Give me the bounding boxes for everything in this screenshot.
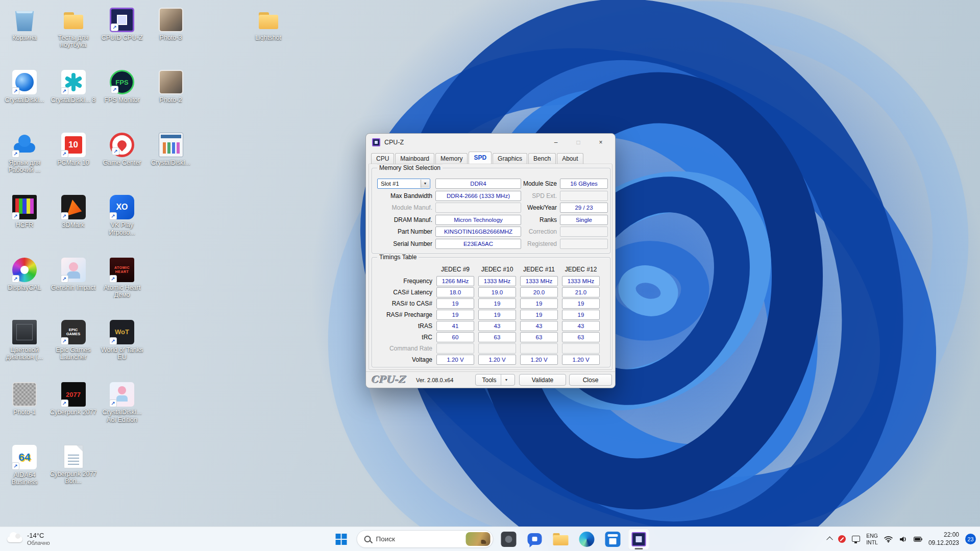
- cyberpunk-icon: 2077↗: [61, 382, 86, 407]
- timing-cell: 1333 MHz: [520, 276, 558, 286]
- desktop-icon-photo-2[interactable]: Photo-2: [148, 70, 194, 104]
- tab-graphics[interactable]: Graphics: [493, 153, 527, 164]
- desktop-icon-3dmark[interactable]: ↗3DMark: [50, 195, 97, 229]
- winchart-icon: [159, 133, 183, 157]
- folder-icon: [256, 8, 281, 32]
- tools-button[interactable]: Tools ▼: [475, 374, 515, 386]
- wifi-icon[interactable]: [884, 536, 893, 543]
- desktop-icon-label: Photo-1: [1, 409, 48, 416]
- vkplay-icon: XO↗: [110, 195, 134, 219]
- clock[interactable]: 22:00 09.12.2023: [928, 531, 959, 547]
- field-spd-ext: [560, 191, 608, 201]
- dark-app-button[interactable]: [498, 529, 520, 550]
- cpuz-taskbar-button[interactable]: [628, 529, 650, 550]
- chat-button[interactable]: [524, 529, 546, 550]
- tab-about[interactable]: About: [557, 153, 583, 164]
- notification-badge[interactable]: 23: [965, 534, 976, 544]
- tab-bench[interactable]: Bench: [528, 153, 556, 164]
- desktop-icon-vk-play-игрово[interactable]: XO↗VK Play Игрово...: [99, 195, 145, 236]
- desktop-icon-game-center[interactable]: ↗Game Center: [99, 133, 145, 166]
- desktop-icon-genshin-impact[interactable]: ↗Genshin Impact: [50, 258, 97, 291]
- close-dialog-button[interactable]: Close: [569, 374, 612, 386]
- cpuz-titlebar[interactable]: CPU-Z – □ ×: [366, 134, 615, 151]
- tools-dropdown-arrow-icon[interactable]: ▼: [501, 374, 508, 385]
- desktop-icon-fps-monitor[interactable]: FPS↗FPS Monitor: [99, 70, 145, 104]
- hidden-icons-chevron[interactable]: [826, 537, 833, 543]
- maximize-button[interactable]: □: [567, 134, 590, 151]
- tab-memory[interactable]: Memory: [435, 153, 468, 164]
- language-indicator[interactable]: ENG INTL: [866, 533, 878, 545]
- search-placeholder: Поиск: [376, 535, 395, 543]
- tab-spd[interactable]: SPD: [469, 152, 492, 164]
- store-button[interactable]: [602, 529, 624, 550]
- desktop-icon-crystaldiski-8[interactable]: ↗CrystalDiskI... 8: [50, 70, 97, 104]
- slot-select[interactable]: Slot #1 ▼: [377, 179, 430, 189]
- timing-cell: 19: [436, 310, 474, 320]
- timing-cell: 19: [562, 310, 600, 320]
- memory-slot-selection-group: Memory Slot Selection Slot #1 ▼ DDR4 Max…: [372, 168, 610, 254]
- desktop-icon-корзина[interactable]: Корзина: [1, 8, 48, 41]
- desktop-icon-crystaldiski[interactable]: CrystalDiskI...: [148, 133, 194, 166]
- desktop-icon-photo-3[interactable]: Photo-3: [148, 8, 194, 41]
- desktop-icon-label: Cyberpunk 2077 Bon...: [50, 470, 97, 485]
- desktop-icon-цветовой-диапазон[interactable]: Цветовой диапазон (...: [1, 320, 48, 361]
- search-input[interactable]: Поиск: [357, 530, 494, 548]
- cpuz-logo: CPU-Z: [371, 374, 405, 385]
- timings-row-label-ras-to-cas: RAS# to CAS#: [373, 298, 432, 309]
- timings-column-header: JEDEC #12: [562, 266, 600, 273]
- battery-icon[interactable]: [914, 536, 922, 543]
- aida-icon: 64↗: [12, 445, 37, 469]
- desktop-icon-hcfr[interactable]: ↗HCFR: [1, 195, 48, 229]
- timing-cell: 1333 MHz: [562, 276, 600, 286]
- desktop-icon-atomic-heart-демо[interactable]: ATOMIC HEART↗Atomic Heart Демо: [99, 258, 145, 299]
- tab-cpu[interactable]: CPU: [371, 153, 394, 164]
- desktop-icon-crystaldiski-aoi-edition[interactable]: ↗CrystalDiskI... Aoi Edition: [99, 382, 145, 423]
- disk-icon: ↗: [12, 70, 37, 94]
- weather-widget[interactable]: -14°C Облачно: [7, 527, 50, 551]
- timing-cell: 19.0: [478, 287, 516, 297]
- desktop-icon-lightshot[interactable]: Lightshot: [245, 8, 292, 41]
- file-explorer-button[interactable]: [550, 529, 572, 550]
- desktop-icon-displaycal[interactable]: ↗DisplayCAL: [1, 258, 48, 291]
- close-window-button[interactable]: ×: [590, 134, 612, 151]
- shortcut-arrow-icon: ↗: [61, 275, 68, 283]
- desktop-icon-crystaldiski[interactable]: ↗CrystalDiskI...: [1, 70, 48, 104]
- desktop-icon-world-of-tanks-eu[interactable]: WoT↗World of Tanks EU: [99, 320, 145, 361]
- desktop-icon-label: Cyberpunk 2077: [50, 409, 97, 416]
- dropdown-arrow-icon[interactable]: ▼: [421, 180, 429, 188]
- photo-icon: [159, 70, 183, 94]
- edge-button[interactable]: [576, 529, 598, 550]
- minimize-button[interactable]: –: [545, 134, 567, 151]
- desktop-icon-cyberpunk-2077[interactable]: 2077↗Cyberpunk 2077: [50, 382, 97, 416]
- desktop-icon-тесты-для-ноутбука[interactable]: Тесты для ноутбука: [50, 8, 97, 49]
- desktop-icon-cyberpunk-2077-bon[interactable]: Cyberpunk 2077 Bon...: [50, 445, 97, 485]
- dark-app-icon: [501, 532, 517, 547]
- search-daily-image[interactable]: [466, 532, 491, 546]
- timing-cell: 63: [562, 332, 600, 342]
- desktop-icon-ярлык-для-рабочий[interactable]: ↗Ярлык для Рабочий ...: [1, 133, 48, 174]
- desktop-icon-epic-games-launcher[interactable]: EPIC GAMES↗Epic Games Launcher: [50, 320, 97, 361]
- volume-icon[interactable]: [899, 536, 908, 543]
- slot-select-value: Slot #1: [381, 181, 399, 187]
- timings-column-header: JEDEC #9: [436, 266, 474, 273]
- desktop-icon-cpuid-cpu-z[interactable]: ↗CPUID CPU-Z: [99, 8, 145, 41]
- shortcut-arrow-icon: ↗: [12, 87, 19, 95]
- tray-monitor-icon[interactable]: [852, 536, 860, 542]
- cpuz-app-icon: [372, 138, 380, 146]
- photo-icon: [159, 8, 183, 32]
- tray-red-app-icon[interactable]: [838, 535, 846, 543]
- validate-button[interactable]: Validate: [519, 374, 566, 386]
- field-label-spd-ext: SPD Ext.: [464, 191, 557, 201]
- tab-mainboard[interactable]: Mainboard: [395, 153, 434, 164]
- date: 09.12.2023: [928, 539, 959, 547]
- timings-row-label-frequency: Frequency: [373, 276, 432, 286]
- desktop-icon-label: Photo-3: [148, 34, 194, 41]
- desktop-icon-aida64-business[interactable]: 64↗AIDA64 Business: [1, 445, 48, 486]
- cpuz-window: CPU-Z – □ × CPUMainboardMemorySPDGraphic…: [365, 133, 616, 388]
- desktop-icon-pcmark-10[interactable]: 10↗PCMark 10: [50, 133, 97, 166]
- desktop-icon-photo-1[interactable]: Photo-1: [1, 382, 48, 416]
- timing-cell: 19: [478, 298, 516, 309]
- shortcut-arrow-icon: ↗: [109, 212, 117, 220]
- field-correction: [560, 227, 608, 237]
- start-button[interactable]: [331, 529, 352, 550]
